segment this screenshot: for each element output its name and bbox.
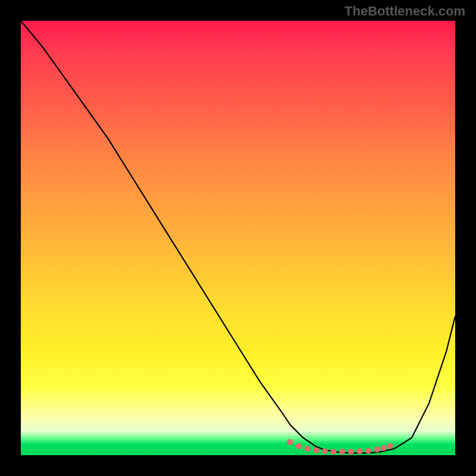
band-dot xyxy=(374,447,380,453)
band-dot xyxy=(339,449,345,455)
watermark-text: TheBottleneck.com xyxy=(345,4,465,19)
band-dot xyxy=(381,445,387,451)
band-dot xyxy=(365,448,371,454)
band-dot xyxy=(287,439,293,445)
chart-svg xyxy=(21,21,455,455)
main-curve xyxy=(21,21,455,453)
band-dot xyxy=(348,449,354,455)
band-dot xyxy=(313,447,319,453)
plot-area xyxy=(21,21,455,455)
band-dot xyxy=(356,448,362,454)
band-dot xyxy=(331,449,337,455)
band-dot xyxy=(322,448,328,454)
dotted-band xyxy=(287,439,393,455)
band-dot xyxy=(387,443,393,449)
band-dot xyxy=(305,446,311,452)
band-dot xyxy=(296,443,302,449)
